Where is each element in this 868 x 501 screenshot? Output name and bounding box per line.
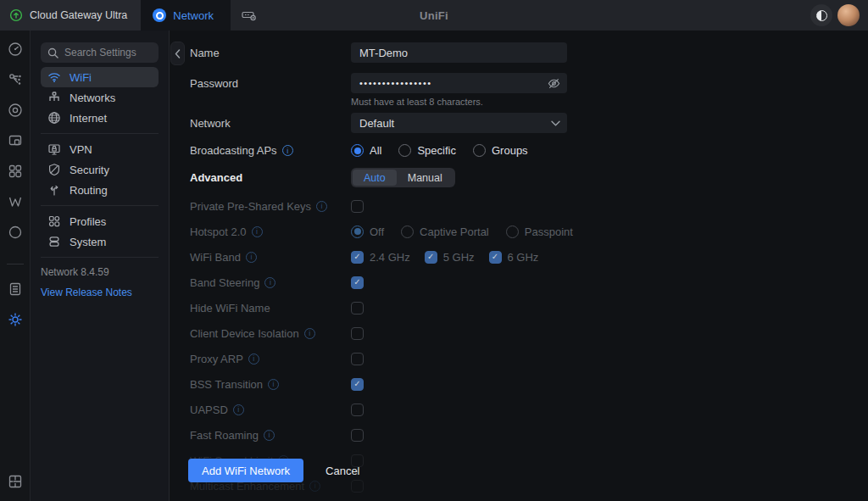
sidebar-item-system[interactable]: System — [41, 231, 159, 252]
theme-toggle-button[interactable] — [810, 4, 832, 26]
row-label: WiFi Band — [190, 251, 241, 264]
sidebar-item-security[interactable]: Security — [41, 159, 159, 180]
network-row: Network Default — [190, 113, 749, 133]
tab-network[interactable]: Network — [141, 0, 231, 31]
release-notes-link[interactable]: View Release Notes — [41, 287, 159, 298]
fast-roaming-row: Fast Roaming — [190, 428, 749, 442]
client-isolation-checkbox[interactable] — [351, 327, 364, 340]
info-icon[interactable] — [248, 353, 259, 365]
radio-icon[interactable] — [351, 144, 364, 157]
info-icon[interactable] — [252, 226, 263, 237]
name-row: Name — [190, 42, 749, 63]
sidebar-item-wifi[interactable]: WiFi — [41, 67, 159, 87]
topology-icon[interactable] — [8, 72, 23, 87]
sidebar-item-internet[interactable]: Internet — [41, 108, 159, 128]
dashboard-icon[interactable] — [8, 42, 23, 57]
sidebar-item-networks[interactable]: Networks — [41, 87, 159, 108]
info-icon[interactable] — [316, 201, 327, 212]
radio-icon[interactable] — [473, 144, 486, 157]
band-steering-checkbox[interactable] — [351, 276, 364, 289]
gateway-device-icon[interactable] — [241, 8, 258, 22]
password-value: •••••••••••••••• — [359, 78, 432, 88]
row-label: UAPSD — [190, 404, 228, 416]
wifi-band-row: WiFi Band 2.4 GHz 5 GHz 6 GHz — [190, 250, 749, 264]
ring-icon[interactable] — [8, 225, 23, 240]
info-icon[interactable] — [264, 277, 275, 288]
uapsd-checkbox[interactable] — [351, 404, 364, 416]
broadcasting-option-specific[interactable]: Specific — [398, 144, 456, 157]
main-content: Name Password •••••••••••••••• Must have… — [170, 31, 868, 501]
info-icon[interactable] — [233, 404, 244, 415]
sidebar-item-routing[interactable]: Routing — [41, 180, 159, 200]
radio-icon[interactable] — [351, 225, 364, 238]
fast-roaming-checkbox[interactable] — [351, 429, 364, 442]
hotspot-row: Hotspot 2.0 Off Captive Portal Passpoint — [190, 225, 749, 238]
floorplan-icon[interactable] — [8, 474, 23, 489]
advanced-auto-button[interactable]: Auto — [353, 170, 397, 186]
network-select[interactable]: Default — [351, 113, 567, 133]
proxy-arp-checkbox[interactable] — [351, 353, 364, 365]
avatar[interactable] — [837, 4, 860, 26]
system-log-icon[interactable] — [8, 281, 23, 297]
band-24ghz-checkbox[interactable] — [351, 251, 364, 264]
cancel-button[interactable]: Cancel — [326, 465, 359, 477]
name-input[interactable] — [359, 47, 559, 59]
band-6ghz-option[interactable]: 6 GHz — [489, 251, 539, 264]
bss-transition-checkbox[interactable] — [351, 378, 364, 391]
search-input[interactable] — [64, 47, 152, 58]
insights-icon[interactable] — [8, 194, 23, 209]
advanced-manual-button[interactable]: Manual — [397, 170, 453, 186]
sidebar-item-profiles[interactable]: Profiles — [41, 211, 159, 231]
row-label: Fast Roaming — [190, 429, 259, 442]
password-helper: Must have at least 8 characters. — [351, 97, 567, 107]
form-footer: Add WiFi Network Cancel — [188, 459, 360, 482]
version-text: Network 8.4.59 — [41, 266, 159, 278]
broadcasting-option-groups[interactable]: Groups — [473, 144, 528, 157]
sidebar-item-label: Routing — [70, 184, 108, 197]
hide-wifi-checkbox[interactable] — [351, 302, 364, 315]
info-icon[interactable] — [282, 145, 293, 156]
password-input[interactable]: •••••••••••••••• — [351, 73, 567, 93]
radio-icon[interactable] — [398, 144, 411, 157]
sidebar-divider — [41, 133, 159, 134]
info-icon[interactable] — [264, 430, 275, 441]
info-icon[interactable] — [268, 379, 279, 390]
unifi-devices-icon[interactable] — [8, 103, 23, 118]
radio-icon[interactable] — [506, 225, 519, 238]
row-label: Client Device Isolation — [190, 327, 299, 340]
networks-icon — [47, 91, 61, 104]
add-wifi-network-button[interactable]: Add WiFi Network — [188, 459, 303, 482]
band-5ghz-checkbox[interactable] — [425, 251, 437, 264]
settings-icon[interactable] — [8, 312, 23, 327]
band-5ghz-option[interactable]: 5 GHz — [425, 251, 475, 264]
stats-icon[interactable] — [8, 164, 23, 179]
settings-search[interactable] — [41, 42, 159, 63]
row-label: Hotspot 2.0 — [190, 225, 247, 238]
password-row: Password •••••••••••••••• Must have at l… — [190, 73, 749, 107]
clients-icon[interactable] — [8, 133, 23, 148]
info-icon[interactable] — [246, 252, 257, 263]
uapsd-row: UAPSD — [190, 403, 749, 416]
hotspot-option-captive[interactable]: Captive Portal — [401, 225, 489, 238]
ppsk-checkbox[interactable] — [351, 200, 364, 213]
chevron-down-icon — [551, 120, 560, 126]
tab-network-label: Network — [173, 9, 214, 22]
sidebar-item-vpn[interactable]: VPN — [41, 139, 159, 159]
radio-icon[interactable] — [401, 225, 414, 238]
band-6ghz-checkbox[interactable] — [489, 251, 502, 264]
hotspot-option-passpoint[interactable]: Passpoint — [506, 225, 573, 238]
option-label: Groups — [492, 144, 528, 157]
broadcasting-option-all[interactable]: All — [351, 144, 381, 157]
settings-sidebar: WiFi Networks Internet VPN Security Rout… — [31, 31, 170, 501]
info-icon[interactable] — [304, 328, 315, 339]
advanced-row: Advanced Auto Manual — [190, 168, 749, 187]
option-label: All — [370, 144, 381, 157]
tab-cloud-gateway[interactable]: Cloud Gateway Ultra — [0, 0, 141, 31]
eye-off-icon[interactable] — [548, 77, 560, 90]
collapse-panel-button[interactable] — [170, 42, 185, 65]
icon-rail — [0, 31, 31, 501]
advanced-options-list: Private Pre-Shared Keys Hotspot 2.0 Off … — [190, 199, 749, 493]
band-24ghz-option[interactable]: 2.4 GHz — [351, 251, 410, 264]
hotspot-option-off[interactable]: Off — [351, 225, 384, 238]
proxy-arp-row: Proxy ARP — [190, 352, 749, 365]
